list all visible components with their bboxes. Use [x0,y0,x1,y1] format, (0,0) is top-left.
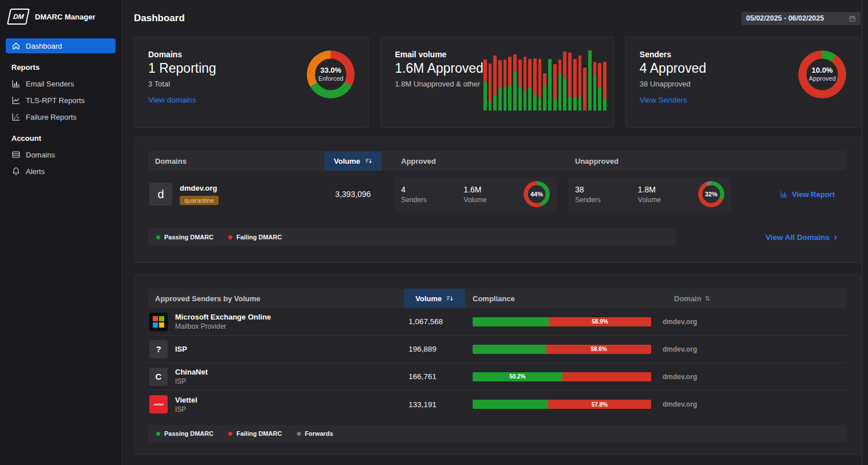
senders-card-subtitle: 38 Unapproved [640,80,706,88]
legend-item-failing-dmarc: Failing DMARC [228,430,282,437]
approved-senders-label: Senders [401,196,427,204]
sidebar-item-alerts[interactable]: Alerts [6,164,116,179]
app-name: DMARC Manager [35,13,95,21]
donut-value: 32% [698,181,724,207]
column-header-volume[interactable]: Volume [404,289,465,308]
column-header-domains: Domains [148,151,324,171]
sidebar-item-email-senders[interactable]: Email Senders [6,76,116,91]
sender-row: CChinaNetISP166,76150.2%dmdev.org [148,363,846,391]
email-volume-bar-chart [483,50,607,111]
compliance-pass-segment [473,317,549,326]
donut-label: Approved [808,75,835,83]
volume-bar [533,50,537,111]
domains-table-panel: Domains Volume Approved Unapproved d dmd… [134,137,861,263]
donut-value: 10.0% [812,66,833,75]
sender-row: viettelViettelISP133,19157.8%dmdev.org [148,391,846,418]
senders-card: Senders 4 Approved 38 Unapproved View Se… [625,37,861,128]
sender-row: Microsoft Exchange OnlineMailbox Provide… [148,308,846,336]
date-range-picker[interactable]: 05/02/2025 - 06/02/2025 [742,12,861,25]
home-icon [11,41,21,50]
sender-row: ?ISP196,88958.6%dmdev.org [148,336,846,363]
volume-bar [483,50,487,111]
senders-card-title: Senders [640,50,706,59]
volume-bar [538,50,542,111]
senders-card-value: 4 Approved [640,61,706,76]
volume-bar [563,50,566,111]
stat-cards-row: Domains 1 Reporting 3 Total View domains… [134,37,861,128]
microsoft-logo [149,313,168,331]
approved-volume-label: Volume [463,196,486,204]
scatter-chart-icon [11,112,21,121]
unapproved-cell: 38 Senders 1.8M Volume 32% [568,177,731,211]
domains-legend: Passing DMARCFailing DMARC [148,228,676,246]
sidebar-item-label: Domains [26,151,55,159]
sender-name: ChinaNet [175,368,208,376]
unapproved-volume-label: Volume [638,196,661,204]
compliance-pass-segment [473,345,546,354]
table-icon [11,150,21,159]
legend-item-forwards: Forwards [297,430,334,437]
compliance-fail-segment: 58.6% [546,345,651,354]
domain-volume: 3,393,096 [324,190,382,199]
senders-table-header: Approved Senders by Volume Volume Compli… [148,289,846,308]
scrollbar[interactable] [862,0,868,465]
compliance-bar: 50.2% [473,372,651,381]
app-logo: DM DMARC Manager [0,9,121,25]
sidebar-item-tls-rpt-reports[interactable]: TLS-RPT Reports [6,93,116,108]
volume-bar [603,50,607,111]
domain-name: dmdev.org [180,184,219,192]
donut-value: 44% [524,181,550,207]
senders-table-title: Approved Senders by Volume [148,289,404,308]
legend-dot [156,235,160,239]
view-report-link[interactable]: View Report [780,190,835,199]
column-header-domain[interactable]: Domain ⇅ [663,289,846,308]
sender-subtitle: Mailbox Provider [175,322,271,330]
domain-row: d dmdev.org quarantine 3,393,096 4 Sende… [148,177,846,211]
enforced-donut-chart: 33.0% Enforced [307,50,355,98]
app-root: DM DMARC Manager DashboardReportsEmail S… [0,0,868,465]
email-volume-card-value: 1.6M Approved [395,61,483,76]
view-senders-link[interactable]: View Senders [640,96,687,104]
question-logo: ? [149,340,168,358]
date-range-value: 05/02/2025 - 06/02/2025 [746,14,824,22]
volume-bar [498,50,502,111]
legend-dot [297,432,301,436]
bell-icon [11,167,21,176]
volume-bar [528,50,532,111]
volume-bar [543,50,546,111]
sender-domain: dmdev.org [663,318,697,326]
sender-domain: dmdev.org [663,345,697,353]
topbar: Dashboard 05/02/2025 - 06/02/2025 [134,0,861,37]
approved-donut-chart: 10.0% Approved [798,50,846,98]
sender-volume: 1,067,568 [404,317,465,326]
compliance-fail-segment: 57.8% [548,400,651,409]
email-volume-card-subtitle: 1.8M Unapproved & other [395,80,483,88]
policy-badge: quarantine [180,196,219,205]
sender-domain: dmdev.org [663,400,697,408]
domain-avatar: d [149,183,172,206]
senders-legend: Passing DMARCFailing DMARCForwards [148,425,846,442]
sort-desc-icon [446,294,454,302]
sender-volume: 196,889 [404,345,465,353]
unapproved-mini-donut: 32% [698,181,724,207]
volume-bar [593,50,597,111]
unapproved-senders-value: 38 [575,185,601,194]
compliance-bar: 58.9% [473,317,651,326]
view-domains-link[interactable]: View domains [148,96,196,104]
donut-label: Enforced [318,75,343,83]
volume-bar [504,50,507,111]
approved-senders-value: 4 [401,185,427,194]
volume-bar [553,50,557,111]
sender-subtitle: ISP [175,405,197,413]
volume-bar [513,50,517,111]
sidebar-item-dashboard[interactable]: Dashboard [6,38,116,53]
sidebar-item-failure-reports[interactable]: Failure Reports [6,109,116,124]
sidebar-section-reports: Reports [0,55,121,74]
view-all-domains-link[interactable]: View All Domains › [766,232,846,242]
sidebar: DM DMARC Manager DashboardReportsEmail S… [0,0,122,465]
sort-desc-icon [364,157,372,165]
column-header-volume[interactable]: Volume [324,151,382,171]
sidebar-item-domains[interactable]: Domains [6,147,116,162]
compliance-pass-segment: 50.2% [473,372,562,381]
compliance-pass-segment [473,400,548,409]
